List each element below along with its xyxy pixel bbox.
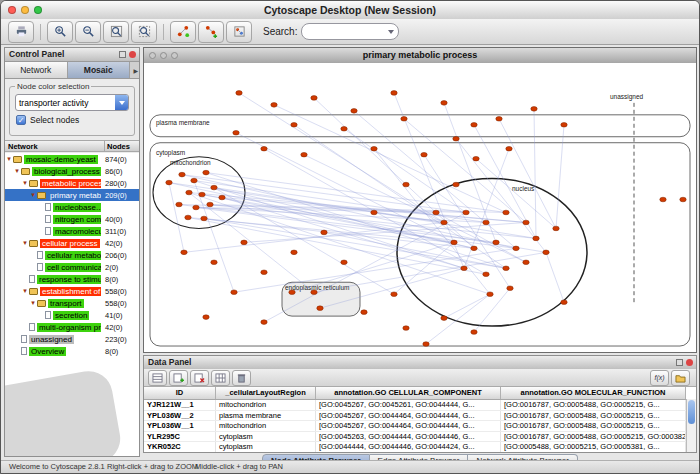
network-edge[interactable] (194, 181, 234, 293)
network-node[interactable] (185, 215, 191, 220)
create-attribute-button[interactable] (169, 370, 188, 386)
network-node[interactable] (533, 236, 539, 241)
network-node[interactable] (513, 246, 519, 251)
network-node[interactable] (423, 342, 429, 347)
network-node[interactable] (341, 260, 347, 265)
table-row[interactable]: YKR052Ccytoplasm[GO:0044444, GO:0044446,… (144, 442, 696, 452)
table-cell[interactable]: YLR295C (144, 432, 216, 442)
table-cell[interactable]: [GO:0016787, GO:0005488, GO:0005215, G..… (501, 421, 686, 431)
network-node[interactable] (553, 226, 559, 231)
tree-row[interactable]: secretion41(0) (5, 309, 139, 321)
table-cell[interactable]: YKR052C (144, 442, 216, 452)
table-cell[interactable]: [GO:0016787, GO:0005488, GO:0005215, GO:… (501, 432, 686, 442)
close-panel-icon[interactable] (686, 359, 693, 366)
network-edge[interactable] (169, 183, 184, 253)
zoom-window-button[interactable] (34, 6, 42, 14)
network-node[interactable] (471, 330, 477, 335)
node-color-dropdown[interactable]: transporter activity (15, 94, 129, 111)
network-node[interactable] (211, 185, 217, 190)
network-node[interactable] (371, 210, 377, 215)
network-edge[interactable] (239, 93, 444, 223)
column-header[interactable]: annotation.GO MOLECULAR_FUNCTION (501, 387, 686, 399)
tree-row[interactable]: macromolecule...311(0) (5, 225, 139, 237)
table-cell[interactable]: cytoplasm (216, 442, 316, 452)
network-node[interactable] (193, 205, 199, 210)
expand-icon[interactable]: ▾ (29, 297, 37, 309)
tab-network[interactable]: Network (5, 62, 68, 78)
network-node[interactable] (487, 292, 493, 297)
network-edge[interactable] (444, 294, 490, 318)
tree-row[interactable]: ▾metabolic process280(0) (5, 177, 139, 189)
float-panel-icon[interactable] (676, 359, 683, 366)
network-edge[interactable] (324, 232, 506, 268)
network-edge[interactable] (236, 133, 454, 243)
network-frame-titlebar[interactable]: primary metabolic process (144, 48, 696, 64)
tree-col-nodes[interactable]: Nodes (104, 141, 139, 151)
select-nodes-checkbox[interactable]: ✓ (16, 115, 26, 125)
network-node[interactable] (523, 260, 529, 265)
expand-icon[interactable]: ▾ (21, 177, 29, 189)
table-cell[interactable]: [GO:0044444, GO:0044446, GO:0044424, G..… (316, 442, 501, 452)
network-node[interactable] (506, 146, 512, 151)
network-node[interactable] (496, 117, 502, 122)
table-row[interactable]: YLR295Ccytoplasm[GO:0045263, GO:0044444,… (144, 432, 696, 443)
network-node[interactable] (361, 310, 367, 315)
close-panel-icon[interactable] (129, 51, 136, 58)
tree-row[interactable]: cell communica...2(0) (5, 261, 139, 273)
network-node[interactable] (181, 250, 187, 255)
expand-icon[interactable]: ▾ (21, 285, 29, 297)
network-node[interactable] (291, 122, 297, 127)
network-node[interactable] (186, 190, 192, 195)
table-cell[interactable]: mitochondrion (216, 400, 316, 410)
zoom-out-button[interactable] (75, 21, 101, 43)
table-cell[interactable]: YPL036W__1 (144, 421, 216, 431)
network-node[interactable] (203, 170, 209, 175)
table-cell[interactable]: [GO:0016787, GO:0005488, GO:0005215, G..… (501, 400, 686, 410)
select-first-neighbors-button[interactable] (170, 21, 196, 43)
network-node[interactable] (261, 270, 267, 275)
network-node[interactable] (503, 210, 509, 215)
network-node[interactable] (391, 292, 397, 297)
network-node[interactable] (391, 91, 397, 96)
network-node[interactable] (471, 246, 477, 251)
tree-row[interactable]: response to stimul...8(0) (5, 273, 139, 285)
network-node[interactable] (219, 195, 225, 200)
table-row[interactable]: YJR121W__1mitochondrion[GO:0045267, GO:0… (144, 400, 696, 411)
table-cell[interactable]: plasma membrane (216, 411, 316, 421)
network-node[interactable] (421, 152, 427, 157)
delete-attribute-button[interactable] (190, 370, 209, 386)
tree-row[interactable]: ▾primary metabo...209(0) (5, 189, 139, 201)
minimize-window-button[interactable] (21, 6, 29, 14)
network-node[interactable] (289, 290, 295, 295)
table-row[interactable]: YPL036W__2plasma membrane[GO:0045267, GO… (144, 411, 696, 422)
network-node[interactable] (561, 122, 567, 127)
network-node[interactable] (179, 172, 185, 177)
zoom-selected-button[interactable] (131, 21, 157, 43)
network-node[interactable] (503, 266, 509, 271)
network-edge[interactable] (234, 248, 516, 292)
network-node[interactable] (341, 126, 347, 131)
tree-row[interactable]: multi-organism pro...42(0) (5, 321, 139, 333)
network-node[interactable] (531, 107, 537, 112)
network-node[interactable] (261, 320, 267, 325)
network-node[interactable] (371, 146, 377, 151)
matrix-button[interactable] (211, 370, 230, 386)
network-node[interactable] (453, 182, 459, 187)
network-node[interactable] (233, 130, 239, 135)
network-node[interactable] (311, 96, 317, 101)
scrollbar-thumb[interactable] (688, 400, 695, 424)
network-node[interactable] (680, 197, 686, 202)
print-button[interactable] (8, 21, 34, 43)
close-window-button[interactable] (8, 6, 16, 14)
network-node[interactable] (433, 210, 439, 215)
network-node[interactable] (463, 210, 469, 215)
network-node[interactable] (483, 220, 489, 225)
network-node[interactable] (203, 315, 209, 320)
tree-row[interactable]: nitrogen compo...40(0) (5, 213, 139, 225)
network-edge[interactable] (534, 109, 536, 239)
annotation-button[interactable] (226, 21, 252, 43)
tree-row[interactable]: nucleobase... (5, 201, 139, 213)
network-node[interactable] (231, 290, 237, 295)
trash-button[interactable] (232, 370, 251, 386)
network-node[interactable] (351, 109, 357, 114)
